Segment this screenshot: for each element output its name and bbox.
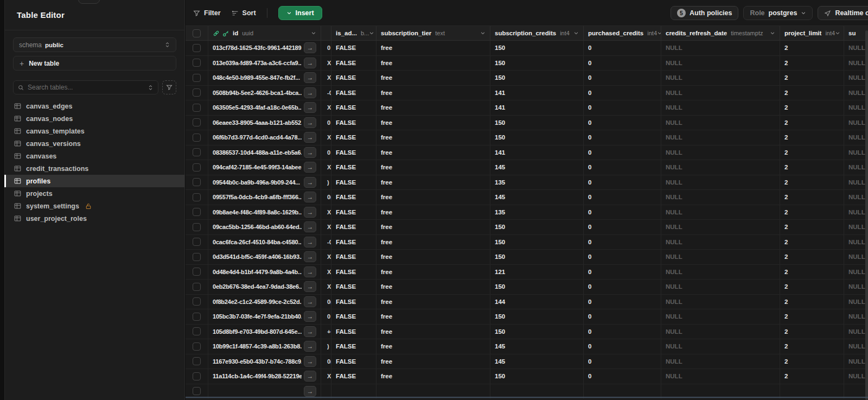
role-select-button[interactable]: Role postgres xyxy=(743,6,813,20)
column-header-subscription_credits[interactable]: subscription_creditsint4 xyxy=(490,26,584,40)
row-checkbox[interactable] xyxy=(193,268,201,276)
expand-row-button[interactable]: → xyxy=(304,58,316,68)
credits-refresh-date-value: NULL xyxy=(666,209,682,215)
insert-button[interactable]: Insert xyxy=(278,6,322,20)
row-checkbox[interactable] xyxy=(193,283,201,291)
table-filter-button[interactable] xyxy=(162,80,176,94)
vertical-scrollbar[interactable] xyxy=(865,30,868,400)
purchased-credits-value: 0 xyxy=(588,60,591,66)
project-limit-value: 2 xyxy=(784,164,788,170)
insert-label: Insert xyxy=(296,9,314,17)
expand-row-button[interactable]: → xyxy=(304,87,316,98)
row-checkbox[interactable] xyxy=(193,357,201,365)
row-checkbox[interactable] xyxy=(193,342,201,351)
column-header-purchased_credits[interactable]: purchased_creditsint4 xyxy=(584,26,661,40)
expand-row-button[interactable]: → xyxy=(304,386,316,397)
row-checkbox[interactable] xyxy=(193,178,201,186)
sidebar-item-canvas_nodes[interactable]: canvas_nodes xyxy=(5,112,184,125)
project-limit-value: 2 xyxy=(784,149,788,156)
credits-refresh-date-value-cell: NULL xyxy=(661,116,780,130)
chevron-down-icon[interactable] xyxy=(369,30,374,36)
expand-row-button[interactable]: → xyxy=(304,192,316,202)
column-header-su[interactable]: su xyxy=(844,26,868,40)
column-header-truncated[interactable] xyxy=(321,26,331,40)
row-checkbox[interactable] xyxy=(193,44,201,52)
sidebar-item-canvas_templates[interactable]: canvas_templates xyxy=(5,125,184,137)
expand-row-button[interactable]: → xyxy=(304,72,316,83)
sidebar-item-projects[interactable]: projects xyxy=(5,187,184,200)
subscription-credits-value: 150 xyxy=(495,224,505,230)
expand-row-button[interactable]: → xyxy=(304,356,316,367)
row-checkbox[interactable] xyxy=(193,327,201,335)
realtime-toggle-button[interactable]: Realtime off xyxy=(818,6,868,20)
sidebar-item-user_project_roles[interactable]: user_project_roles xyxy=(5,212,184,225)
truncated-value-cell: +0 xyxy=(321,325,331,339)
row-checkbox[interactable] xyxy=(193,88,201,97)
row-checkbox[interactable] xyxy=(193,74,201,82)
new-table-button[interactable]: + New table xyxy=(13,56,176,71)
filter-button[interactable]: Filter xyxy=(193,9,221,17)
expand-row-button[interactable]: → xyxy=(304,296,316,307)
column-header-id[interactable]: iduuid xyxy=(208,26,321,40)
auth-policies-button[interactable]: 5 Auth policies xyxy=(671,6,738,20)
expand-row-button[interactable]: → xyxy=(304,237,316,247)
subscription-tier-value: free xyxy=(381,328,392,335)
sidebar-item-canvas_edges[interactable]: canvas_edges xyxy=(5,100,184,112)
chevron-down-icon[interactable] xyxy=(311,30,316,36)
expand-row-button[interactable]: → xyxy=(304,221,316,232)
column-header-credits_refresh_date[interactable]: credits_refresh_datetimestamptz xyxy=(661,26,780,40)
expand-row-button[interactable]: → xyxy=(304,251,316,262)
expand-row-button[interactable]: → xyxy=(304,281,316,292)
column-header-subscription_tier[interactable]: subscription_tiertext xyxy=(376,26,490,40)
row-checkbox[interactable] xyxy=(193,104,201,112)
column-header-project_limit[interactable]: project_limitint4 xyxy=(780,26,844,40)
subscription-tier-value: free xyxy=(381,119,392,126)
row-checkbox[interactable] xyxy=(193,372,201,380)
column-header-is_ad...[interactable]: is_ad...b... xyxy=(331,26,376,40)
row-checkbox[interactable] xyxy=(193,313,201,321)
row-checkbox[interactable] xyxy=(193,253,201,261)
row-checkbox[interactable] xyxy=(193,238,201,246)
expand-row-button[interactable]: → xyxy=(304,326,316,337)
sort-label: Sort xyxy=(242,9,256,17)
sidebar-item-credit_transactions[interactable]: credit_transactions xyxy=(5,162,184,175)
chevron-down-icon[interactable] xyxy=(835,30,840,36)
row-checkbox[interactable] xyxy=(193,134,201,142)
row-checkbox[interactable] xyxy=(193,208,201,216)
expand-row-button[interactable]: → xyxy=(304,162,316,173)
row-checkbox[interactable] xyxy=(193,223,201,231)
expand-row-button[interactable]: → xyxy=(304,102,316,113)
row-checkbox[interactable] xyxy=(193,118,201,126)
row-checkbox[interactable] xyxy=(193,148,201,156)
chevron-down-icon[interactable] xyxy=(657,30,661,36)
credits-refresh-date-value-cell: NULL xyxy=(661,325,780,339)
row-checkbox[interactable] xyxy=(193,193,201,201)
expand-row-button[interactable]: → xyxy=(304,311,316,322)
expand-row-button[interactable]: → xyxy=(304,42,316,53)
chevron-down-icon[interactable] xyxy=(770,30,775,36)
row-checkbox[interactable] xyxy=(193,163,201,172)
expand-row-button[interactable]: → xyxy=(304,147,316,158)
sort-button[interactable]: Sort xyxy=(232,9,256,17)
row-checkbox[interactable] xyxy=(193,59,201,67)
expand-row-button[interactable]: → xyxy=(304,371,316,382)
expand-row-button[interactable]: → xyxy=(304,207,316,218)
chevrons-updown-icon xyxy=(148,85,154,91)
row-checkbox[interactable] xyxy=(193,387,201,395)
chevron-down-icon[interactable] xyxy=(480,30,486,36)
chevron-down-icon[interactable] xyxy=(573,30,579,36)
expand-row-button[interactable]: → xyxy=(304,341,316,352)
row-checkbox[interactable] xyxy=(193,297,201,306)
search-tables-input[interactable] xyxy=(28,84,144,91)
table-icon xyxy=(14,215,21,222)
sidebar-item-system_settings[interactable]: system_settings xyxy=(5,200,184,212)
expand-row-button[interactable]: → xyxy=(304,117,316,128)
expand-row-button[interactable]: → xyxy=(304,132,316,143)
select-all-checkbox[interactable] xyxy=(193,29,201,37)
sidebar-item-canvas_versions[interactable]: canvas_versions xyxy=(5,137,184,150)
expand-row-button[interactable]: → xyxy=(304,177,316,188)
schema-select[interactable]: schema public xyxy=(13,37,176,52)
sidebar-item-profiles[interactable]: profiles xyxy=(5,175,184,187)
expand-row-button[interactable]: → xyxy=(304,266,316,277)
sidebar-item-canvases[interactable]: canvases xyxy=(5,150,184,162)
